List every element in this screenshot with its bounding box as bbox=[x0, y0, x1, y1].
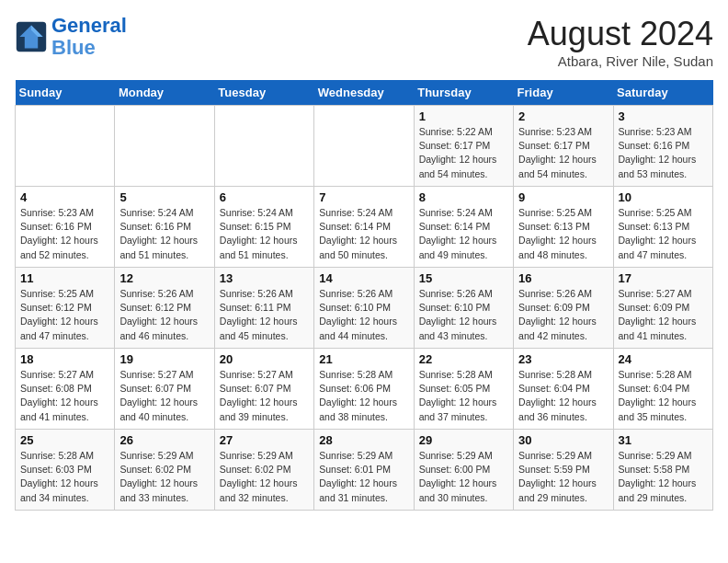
calendar-cell: 7Sunrise: 5:24 AM Sunset: 6:14 PM Daylig… bbox=[314, 187, 414, 268]
logo-line2: Blue bbox=[51, 36, 96, 59]
day-number: 31 bbox=[619, 433, 708, 447]
calendar-cell: 30Sunrise: 5:29 AM Sunset: 5:59 PM Dayli… bbox=[514, 430, 613, 511]
calendar-cell: 18Sunrise: 5:27 AM Sunset: 6:08 PM Dayli… bbox=[16, 349, 115, 430]
day-content: Sunrise: 5:27 AM Sunset: 6:08 PM Dayligh… bbox=[20, 368, 109, 424]
column-header-friday: Friday bbox=[514, 80, 613, 106]
calendar-cell: 16Sunrise: 5:26 AM Sunset: 6:09 PM Dayli… bbox=[514, 268, 613, 349]
calendar-cell: 10Sunrise: 5:25 AM Sunset: 6:13 PM Dayli… bbox=[613, 187, 712, 268]
day-content: Sunrise: 5:27 AM Sunset: 6:07 PM Dayligh… bbox=[220, 368, 309, 424]
calendar-cell: 26Sunrise: 5:29 AM Sunset: 6:02 PM Dayli… bbox=[115, 430, 214, 511]
calendar-cell: 11Sunrise: 5:25 AM Sunset: 6:12 PM Dayli… bbox=[16, 268, 115, 349]
day-content: Sunrise: 5:29 AM Sunset: 5:58 PM Dayligh… bbox=[619, 449, 708, 505]
calendar-cell: 21Sunrise: 5:28 AM Sunset: 6:06 PM Dayli… bbox=[314, 349, 414, 430]
column-header-saturday: Saturday bbox=[613, 80, 712, 106]
week-row-2: 4Sunrise: 5:23 AM Sunset: 6:16 PM Daylig… bbox=[16, 187, 713, 268]
day-number: 16 bbox=[518, 271, 608, 285]
month-title: August 2024 bbox=[528, 15, 713, 53]
calendar-cell bbox=[214, 106, 313, 187]
calendar-cell: 14Sunrise: 5:26 AM Sunset: 6:10 PM Dayli… bbox=[314, 268, 414, 349]
calendar-cell: 28Sunrise: 5:29 AM Sunset: 6:01 PM Dayli… bbox=[314, 430, 414, 511]
day-content: Sunrise: 5:29 AM Sunset: 5:59 PM Dayligh… bbox=[518, 449, 608, 505]
day-number: 13 bbox=[220, 271, 309, 285]
day-content: Sunrise: 5:22 AM Sunset: 6:17 PM Dayligh… bbox=[419, 125, 508, 181]
day-content: Sunrise: 5:29 AM Sunset: 6:02 PM Dayligh… bbox=[119, 449, 209, 505]
day-number: 21 bbox=[319, 352, 408, 366]
column-header-sunday: Sunday bbox=[16, 80, 115, 106]
day-content: Sunrise: 5:29 AM Sunset: 6:01 PM Dayligh… bbox=[319, 449, 408, 505]
day-content: Sunrise: 5:23 AM Sunset: 6:16 PM Dayligh… bbox=[20, 206, 109, 262]
title-section: August 2024 Atbara, River Nile, Sudan bbox=[528, 15, 713, 69]
header-row: SundayMondayTuesdayWednesdayThursdayFrid… bbox=[16, 80, 713, 106]
calendar-cell: 17Sunrise: 5:27 AM Sunset: 6:09 PM Dayli… bbox=[613, 268, 712, 349]
week-row-3: 11Sunrise: 5:25 AM Sunset: 6:12 PM Dayli… bbox=[16, 268, 713, 349]
logo-line1: General bbox=[51, 14, 127, 37]
calendar-cell: 23Sunrise: 5:28 AM Sunset: 6:04 PM Dayli… bbox=[514, 349, 613, 430]
day-number: 3 bbox=[619, 109, 708, 123]
day-number: 23 bbox=[518, 352, 608, 366]
location: Atbara, River Nile, Sudan bbox=[528, 53, 713, 69]
calendar-cell: 1Sunrise: 5:22 AM Sunset: 6:17 PM Daylig… bbox=[414, 106, 513, 187]
calendar-cell: 6Sunrise: 5:24 AM Sunset: 6:15 PM Daylig… bbox=[214, 187, 313, 268]
day-content: Sunrise: 5:28 AM Sunset: 6:04 PM Dayligh… bbox=[518, 368, 608, 424]
week-row-5: 25Sunrise: 5:28 AM Sunset: 6:03 PM Dayli… bbox=[16, 430, 713, 511]
day-number: 17 bbox=[619, 271, 708, 285]
logo-text: General Blue bbox=[51, 15, 127, 59]
day-content: Sunrise: 5:28 AM Sunset: 6:04 PM Dayligh… bbox=[619, 368, 708, 424]
logo-icon bbox=[15, 20, 48, 53]
day-number: 15 bbox=[419, 271, 508, 285]
column-header-wednesday: Wednesday bbox=[314, 80, 414, 106]
day-number: 19 bbox=[119, 352, 209, 366]
day-content: Sunrise: 5:25 AM Sunset: 6:12 PM Dayligh… bbox=[20, 287, 109, 343]
column-header-monday: Monday bbox=[115, 80, 214, 106]
day-number: 4 bbox=[20, 190, 109, 204]
day-content: Sunrise: 5:24 AM Sunset: 6:14 PM Dayligh… bbox=[319, 206, 408, 262]
calendar-cell: 15Sunrise: 5:26 AM Sunset: 6:10 PM Dayli… bbox=[414, 268, 513, 349]
day-number: 5 bbox=[119, 190, 209, 204]
day-number: 24 bbox=[619, 352, 708, 366]
calendar-cell: 20Sunrise: 5:27 AM Sunset: 6:07 PM Dayli… bbox=[214, 349, 313, 430]
calendar-cell: 3Sunrise: 5:23 AM Sunset: 6:16 PM Daylig… bbox=[613, 106, 712, 187]
week-row-4: 18Sunrise: 5:27 AM Sunset: 6:08 PM Dayli… bbox=[16, 349, 713, 430]
calendar-cell: 25Sunrise: 5:28 AM Sunset: 6:03 PM Dayli… bbox=[16, 430, 115, 511]
column-header-thursday: Thursday bbox=[414, 80, 513, 106]
day-number: 22 bbox=[419, 352, 508, 366]
day-content: Sunrise: 5:23 AM Sunset: 6:17 PM Dayligh… bbox=[518, 125, 608, 181]
calendar-cell: 31Sunrise: 5:29 AM Sunset: 5:58 PM Dayli… bbox=[613, 430, 712, 511]
day-number: 14 bbox=[319, 271, 408, 285]
day-number: 30 bbox=[518, 433, 608, 447]
day-number: 7 bbox=[319, 190, 408, 204]
day-content: Sunrise: 5:24 AM Sunset: 6:15 PM Dayligh… bbox=[220, 206, 309, 262]
day-number: 20 bbox=[220, 352, 309, 366]
calendar-cell: 19Sunrise: 5:27 AM Sunset: 6:07 PM Dayli… bbox=[115, 349, 214, 430]
logo: General Blue bbox=[15, 15, 127, 59]
day-number: 11 bbox=[20, 271, 109, 285]
day-number: 25 bbox=[20, 433, 109, 447]
day-number: 18 bbox=[20, 352, 109, 366]
day-content: Sunrise: 5:29 AM Sunset: 6:00 PM Dayligh… bbox=[419, 449, 508, 505]
day-number: 2 bbox=[518, 109, 608, 123]
day-content: Sunrise: 5:26 AM Sunset: 6:11 PM Dayligh… bbox=[220, 287, 309, 343]
day-content: Sunrise: 5:24 AM Sunset: 6:14 PM Dayligh… bbox=[419, 206, 508, 262]
column-header-tuesday: Tuesday bbox=[214, 80, 313, 106]
day-number: 12 bbox=[119, 271, 209, 285]
day-content: Sunrise: 5:26 AM Sunset: 6:10 PM Dayligh… bbox=[319, 287, 408, 343]
calendar-cell: 4Sunrise: 5:23 AM Sunset: 6:16 PM Daylig… bbox=[16, 187, 115, 268]
calendar-table: SundayMondayTuesdayWednesdayThursdayFrid… bbox=[15, 80, 713, 511]
calendar-cell bbox=[314, 106, 414, 187]
day-number: 1 bbox=[419, 109, 508, 123]
day-number: 10 bbox=[619, 190, 708, 204]
calendar-cell: 13Sunrise: 5:26 AM Sunset: 6:11 PM Dayli… bbox=[214, 268, 313, 349]
day-content: Sunrise: 5:28 AM Sunset: 6:05 PM Dayligh… bbox=[419, 368, 508, 424]
day-content: Sunrise: 5:26 AM Sunset: 6:09 PM Dayligh… bbox=[518, 287, 608, 343]
day-content: Sunrise: 5:28 AM Sunset: 6:06 PM Dayligh… bbox=[319, 368, 408, 424]
calendar-cell: 5Sunrise: 5:24 AM Sunset: 6:16 PM Daylig… bbox=[115, 187, 214, 268]
calendar-cell: 12Sunrise: 5:26 AM Sunset: 6:12 PM Dayli… bbox=[115, 268, 214, 349]
calendar-cell: 27Sunrise: 5:29 AM Sunset: 6:02 PM Dayli… bbox=[214, 430, 313, 511]
day-number: 28 bbox=[319, 433, 408, 447]
calendar-cell: 9Sunrise: 5:25 AM Sunset: 6:13 PM Daylig… bbox=[514, 187, 613, 268]
day-content: Sunrise: 5:27 AM Sunset: 6:07 PM Dayligh… bbox=[119, 368, 209, 424]
day-content: Sunrise: 5:28 AM Sunset: 6:03 PM Dayligh… bbox=[20, 449, 109, 505]
day-content: Sunrise: 5:24 AM Sunset: 6:16 PM Dayligh… bbox=[119, 206, 209, 262]
calendar-cell bbox=[16, 106, 115, 187]
calendar-cell: 22Sunrise: 5:28 AM Sunset: 6:05 PM Dayli… bbox=[414, 349, 513, 430]
